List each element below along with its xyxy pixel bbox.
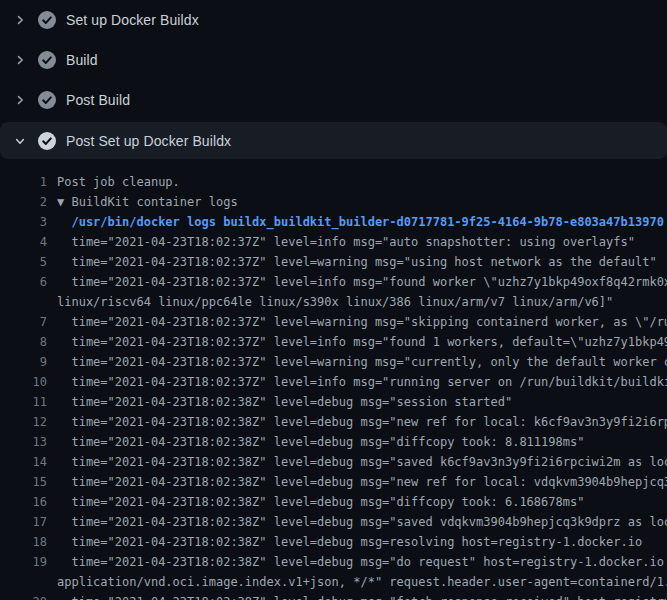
log-line-number (0, 292, 47, 312)
step-row-post-set-up-docker-buildx[interactable]: Post Set up Docker Buildx (0, 122, 667, 159)
log-line-number[interactable]: 4 (0, 232, 47, 252)
step-label: Build (66, 52, 98, 68)
step-label: Set up Docker Buildx (66, 12, 199, 28)
log-row: 5 time="2021-04-23T18:02:37Z" level=warn… (0, 252, 667, 272)
log-line-number[interactable]: 2 (0, 192, 47, 212)
log-lines: 1Post job cleanup.2▼ BuildKit container … (0, 160, 667, 600)
log-row: 13 time="2021-04-23T18:02:38Z" level=deb… (0, 432, 667, 452)
log-line-number[interactable]: 10 (0, 372, 47, 392)
log-line-number[interactable]: 13 (0, 432, 47, 452)
log-line-number[interactable]: 17 (0, 512, 47, 532)
log-row: linux/riscv64 linux/ppc64le linux/s390x … (0, 292, 667, 312)
log-line-text: time="2021-04-23T18:02:38Z" level=debug … (57, 532, 642, 552)
log-line-number[interactable]: 11 (0, 392, 47, 412)
log-line-text: time="2021-04-23T18:02:37Z" level=warnin… (57, 312, 667, 332)
log-line-text: time="2021-04-23T18:02:37Z" level=info m… (57, 232, 635, 252)
log-line-text: time="2021-04-23T18:02:38Z" level=debug … (57, 552, 667, 572)
log-line-number[interactable]: 5 (0, 252, 47, 272)
step-row-post-build[interactable]: Post Build (0, 80, 667, 120)
log-line-text: time="2021-04-23T18:02:37Z" level=warnin… (57, 352, 667, 372)
log-line-text: Post job cleanup. (57, 172, 180, 192)
log-command-text: /usr/bin/docker logs buildx_buildkit_bui… (57, 212, 664, 232)
log-row: 11 time="2021-04-23T18:02:38Z" level=deb… (0, 392, 667, 412)
log-row: 15 time="2021-04-23T18:02:38Z" level=deb… (0, 472, 667, 492)
step-label: Post Build (66, 92, 130, 108)
chevron-right-icon (12, 12, 28, 28)
log-line-text: time="2021-04-23T18:02:38Z" level=debug … (57, 432, 584, 452)
log-line-text: time="2021-04-23T18:02:38Z" level=debug … (57, 512, 667, 532)
log-line-text: time="2021-04-23T18:02:37Z" level=info m… (57, 372, 667, 392)
log-group-expander-icon[interactable]: ▼ (57, 195, 71, 209)
log-line-number[interactable]: 20 (0, 592, 47, 600)
log-line-number[interactable]: 15 (0, 472, 47, 492)
log-row: 1Post job cleanup. (0, 172, 667, 192)
log-line-number[interactable]: 8 (0, 332, 47, 352)
log-row: 9 time="2021-04-23T18:02:37Z" level=warn… (0, 352, 667, 372)
log-line-text: time="2021-04-23T18:02:38Z" level=debug … (57, 592, 667, 600)
log-row: 16 time="2021-04-23T18:02:38Z" level=deb… (0, 492, 667, 512)
log-line-number[interactable]: 14 (0, 452, 47, 472)
log-line-number[interactable]: 1 (0, 172, 47, 192)
log-line-text: time="2021-04-23T18:02:38Z" level=debug … (57, 452, 667, 472)
log-line-text: ▼ BuildKit container logs (57, 192, 238, 212)
log-line-number[interactable]: 7 (0, 312, 47, 332)
step-row-build[interactable]: Build (0, 40, 667, 80)
log-line-number[interactable]: 6 (0, 272, 47, 292)
log-line-text: application/vnd.oci.image.index.v1+json,… (57, 572, 667, 592)
log-line-text: time="2021-04-23T18:02:37Z" level=info m… (57, 332, 667, 352)
log-row: application/vnd.oci.image.index.v1+json,… (0, 572, 667, 592)
log-row: 10 time="2021-04-23T18:02:37Z" level=inf… (0, 372, 667, 392)
log-row: 12 time="2021-04-23T18:02:38Z" level=deb… (0, 412, 667, 432)
log-row: 6 time="2021-04-23T18:02:37Z" level=info… (0, 272, 667, 292)
log-row: 3 /usr/bin/docker logs buildx_buildkit_b… (0, 212, 667, 232)
chevron-right-icon (12, 92, 28, 108)
log-row: 19 time="2021-04-23T18:02:38Z" level=deb… (0, 552, 667, 572)
log-line-text: time="2021-04-23T18:02:37Z" level=info m… (57, 272, 667, 292)
step-label: Post Set up Docker Buildx (66, 133, 231, 149)
status-success-icon (38, 132, 56, 150)
log-row: 2▼ BuildKit container logs (0, 192, 667, 212)
log-line-text: time="2021-04-23T18:02:38Z" level=debug … (57, 392, 512, 412)
status-success-icon (38, 51, 56, 69)
status-success-icon (38, 91, 56, 109)
log-line-number[interactable]: 3 (0, 212, 47, 232)
log-row: 14 time="2021-04-23T18:02:38Z" level=deb… (0, 452, 667, 472)
status-success-icon (38, 11, 56, 29)
log-line-text: time="2021-04-23T18:02:38Z" level=debug … (57, 412, 667, 432)
log-row: 18 time="2021-04-23T18:02:38Z" level=deb… (0, 532, 667, 552)
log-line-number[interactable]: 18 (0, 532, 47, 552)
log-line-text: linux/riscv64 linux/ppc64le linux/s390x … (57, 292, 613, 312)
log-line-text: time="2021-04-23T18:02:37Z" level=warnin… (57, 252, 657, 272)
log-row: 20 time="2021-04-23T18:02:38Z" level=deb… (0, 592, 667, 600)
log-line-number[interactable]: 12 (0, 412, 47, 432)
log-row: 4 time="2021-04-23T18:02:37Z" level=info… (0, 232, 667, 252)
step-row-set-up-docker-buildx[interactable]: Set up Docker Buildx (0, 0, 667, 40)
log-line-number (0, 572, 47, 592)
log-row: 17 time="2021-04-23T18:02:38Z" level=deb… (0, 512, 667, 532)
log-line-number[interactable]: 9 (0, 352, 47, 372)
log-row: 8 time="2021-04-23T18:02:37Z" level=info… (0, 332, 667, 352)
chevron-down-icon (12, 133, 28, 149)
steps-list: Set up Docker BuildxBuildPost BuildPost … (0, 0, 667, 159)
log-row: 7 time="2021-04-23T18:02:37Z" level=warn… (0, 312, 667, 332)
log-line-number[interactable]: 16 (0, 492, 47, 512)
chevron-right-icon (12, 52, 28, 68)
log-line-text: time="2021-04-23T18:02:38Z" level=debug … (57, 492, 584, 512)
actions-log-viewer: Set up Docker BuildxBuildPost BuildPost … (0, 0, 667, 600)
log-line-number[interactable]: 19 (0, 552, 47, 572)
log-line-text: time="2021-04-23T18:02:38Z" level=debug … (57, 472, 667, 492)
